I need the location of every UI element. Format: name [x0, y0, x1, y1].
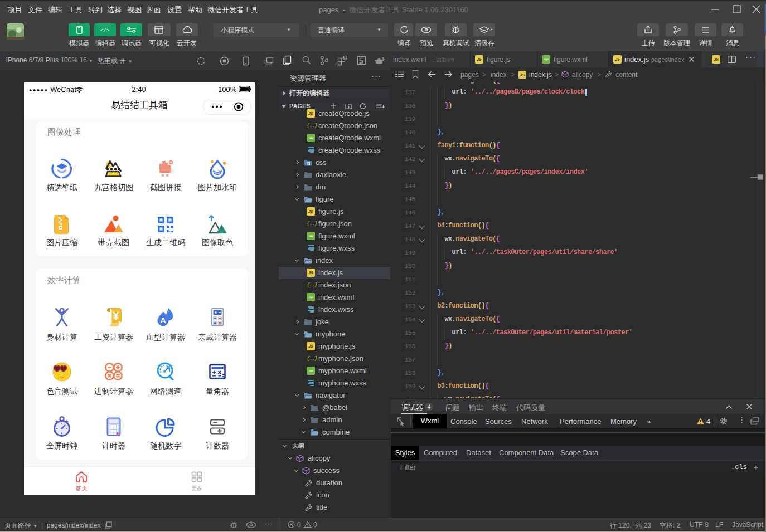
svg-text:</>: </> — [100, 28, 109, 33]
svg-text:A: A — [160, 316, 166, 325]
